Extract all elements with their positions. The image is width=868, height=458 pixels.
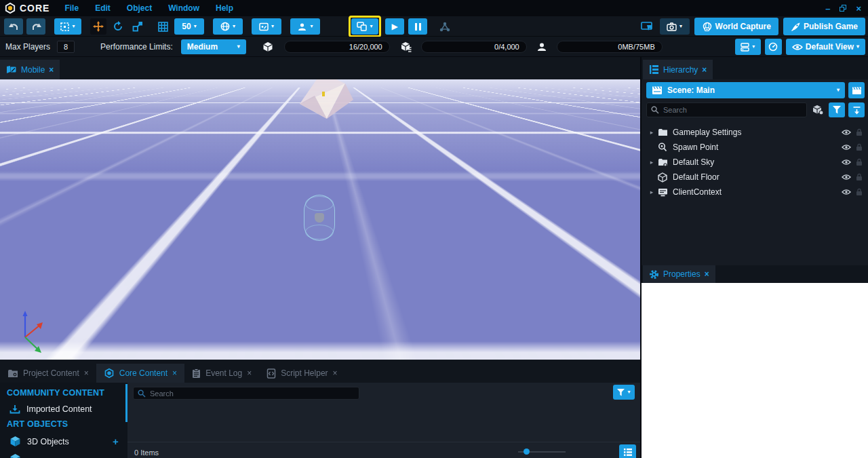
tab-project-content[interactable]: Project Content ×: [0, 364, 96, 383]
visibility-eye-icon[interactable]: [842, 189, 851, 195]
restore-button[interactable]: [840, 5, 846, 12]
lock-icon[interactable]: [856, 173, 863, 181]
cube-icon: [656, 172, 669, 183]
tab-core-content-label: Core Content: [119, 368, 167, 378]
lock-icon[interactable]: [856, 128, 863, 136]
menu-help[interactable]: Help: [216, 3, 233, 13]
visibility-eye-icon[interactable]: [842, 129, 851, 136]
toolbar-right-group: ▾ World Capture Publish Game: [639, 18, 865, 35]
close-icon[interactable]: ×: [705, 269, 709, 279]
visibility-eye-icon[interactable]: [842, 144, 851, 151]
list-view-toggle-button[interactable]: [619, 444, 636, 458]
play-button[interactable]: ▶: [385, 18, 404, 35]
sidebar-item-imported-content[interactable]: Imported Content: [9, 404, 127, 414]
close-icon[interactable]: ×: [702, 65, 707, 75]
settings-row-right-group: ▾ Default View ▾: [735, 39, 865, 55]
max-players-input[interactable]: [57, 41, 75, 53]
undo-button[interactable]: [4, 18, 23, 35]
lock-icon[interactable]: [856, 158, 863, 166]
hierarchy-item-gameplay-settings[interactable]: ▸ Gameplay Settings: [642, 125, 868, 140]
filter-funnel-icon: [617, 389, 625, 396]
tab-script-helper[interactable]: Script Helper ×: [259, 364, 344, 383]
spawn-point-gizmo[interactable]: [304, 195, 335, 241]
thumbnail-size-slider[interactable]: [518, 451, 566, 453]
pause-button[interactable]: [408, 18, 427, 35]
lock-icon[interactable]: [856, 143, 863, 151]
capture-settings-dropdown[interactable]: ▾: [660, 18, 690, 35]
expand-arrow-icon[interactable]: ▸: [647, 129, 656, 136]
close-button[interactable]: ×: [856, 4, 861, 13]
add-3d-object-button[interactable]: +: [113, 436, 119, 447]
hierarchy-item-default-floor[interactable]: Default Floor: [642, 170, 868, 185]
gear-icon: [649, 269, 659, 280]
hierarchy-item-clientcontext[interactable]: ▸ ClientContext: [642, 185, 868, 199]
world-capture-button[interactable]: World Capture: [694, 18, 778, 35]
hierarchy-search-input[interactable]: [646, 102, 807, 117]
tab-properties[interactable]: Properties ×: [643, 265, 715, 283]
menu-object[interactable]: Object: [127, 3, 152, 13]
hierarchy-item-spawn-point[interactable]: Spawn Point: [642, 140, 868, 155]
item-label: Spawn Point: [673, 142, 718, 152]
share-screen-toggle[interactable]: [639, 18, 655, 35]
grid-snap-toggle[interactable]: [155, 18, 171, 35]
object-count-bar: 16/20,000: [284, 41, 390, 53]
viewport-3d-scene[interactable]: [0, 79, 640, 360]
tab-project-content-label: Project Content: [23, 368, 79, 378]
rotate-tool-button[interactable]: [110, 18, 126, 35]
network-debug-toggle[interactable]: [437, 18, 453, 35]
performance-limits-dropdown[interactable]: Medium ▾: [181, 39, 246, 54]
sidebar-item-3d-objects[interactable]: 3D Objects +: [9, 436, 127, 447]
hierarchy-item-default-sky[interactable]: ▸ Default Sky: [642, 155, 868, 170]
redo-button[interactable]: [26, 18, 45, 35]
close-icon[interactable]: ×: [84, 368, 89, 378]
layout-dropdown[interactable]: ▾: [735, 39, 761, 55]
default-view-dropdown[interactable]: Default View ▾: [786, 39, 865, 55]
chevron-down-icon: ▾: [237, 44, 240, 50]
move-tool-button[interactable]: [90, 18, 106, 35]
scene-settings-button[interactable]: [848, 82, 865, 98]
undo-arrow-icon: [9, 22, 19, 31]
visibility-eye-icon[interactable]: [842, 174, 851, 180]
scene-selector-row: Scene: Main ▾: [646, 82, 865, 98]
performance-limits-label: Performance Limits:: [100, 42, 173, 52]
close-icon[interactable]: ×: [333, 368, 338, 378]
menu-edit[interactable]: Edit: [95, 3, 111, 13]
expand-arrow-icon[interactable]: ▸: [647, 159, 656, 166]
networked-filter-toggle[interactable]: [810, 102, 825, 118]
select-mode-dropdown[interactable]: ▾: [54, 18, 81, 35]
scale-tool-button[interactable]: [130, 18, 146, 35]
hierarchy-filter-button[interactable]: [829, 102, 845, 117]
content-search-input[interactable]: [133, 387, 359, 400]
expand-collapse-all-button[interactable]: [848, 102, 865, 117]
publish-game-button[interactable]: Publish Game: [783, 18, 865, 35]
performance-monitor-button[interactable]: [765, 39, 782, 55]
close-icon[interactable]: ×: [172, 368, 177, 378]
content-tab-bar: Project Content × Core Content × Event L…: [0, 364, 640, 383]
visibility-eye-icon[interactable]: [842, 159, 851, 166]
scene-selector-dropdown[interactable]: Scene: Main ▾: [646, 82, 845, 98]
sidebar-item-partial[interactable]: [9, 453, 127, 458]
lock-icon[interactable]: [856, 188, 863, 196]
screenshot-mode-dropdown[interactable]: ▾: [252, 18, 281, 35]
menu-window[interactable]: Window: [168, 3, 199, 13]
close-icon[interactable]: ×: [247, 368, 252, 378]
tab-hierarchy[interactable]: Hierarchy ×: [643, 60, 713, 79]
multiplayer-preview-dropdown[interactable]: ▾: [351, 18, 378, 35]
content-filter-dropdown[interactable]: ▾: [613, 385, 635, 400]
slider-knob[interactable]: [524, 449, 530, 455]
chevron-down-icon: ▾: [233, 24, 235, 29]
world-capture-icon: [702, 22, 713, 32]
content-browser: ▾ 0 Items: [127, 383, 640, 458]
tab-mobile[interactable]: Mobile ×: [0, 60, 60, 79]
grid-size-dropdown[interactable]: 50 ▾: [174, 18, 204, 35]
expand-arrow-icon[interactable]: ▸: [647, 189, 656, 195]
player-perspective-dropdown[interactable]: ▾: [290, 18, 320, 35]
menu-file[interactable]: File: [64, 3, 79, 13]
minimize-button[interactable]: –: [825, 4, 830, 13]
world-settings-dropdown[interactable]: ▾: [213, 18, 243, 35]
default-sky-object[interactable]: [279, 79, 368, 126]
tab-core-content[interactable]: Core Content ×: [96, 364, 184, 383]
close-icon[interactable]: ×: [49, 65, 54, 75]
tab-hierarchy-label: Hierarchy: [663, 65, 698, 75]
tab-event-log[interactable]: Event Log ×: [184, 364, 259, 383]
